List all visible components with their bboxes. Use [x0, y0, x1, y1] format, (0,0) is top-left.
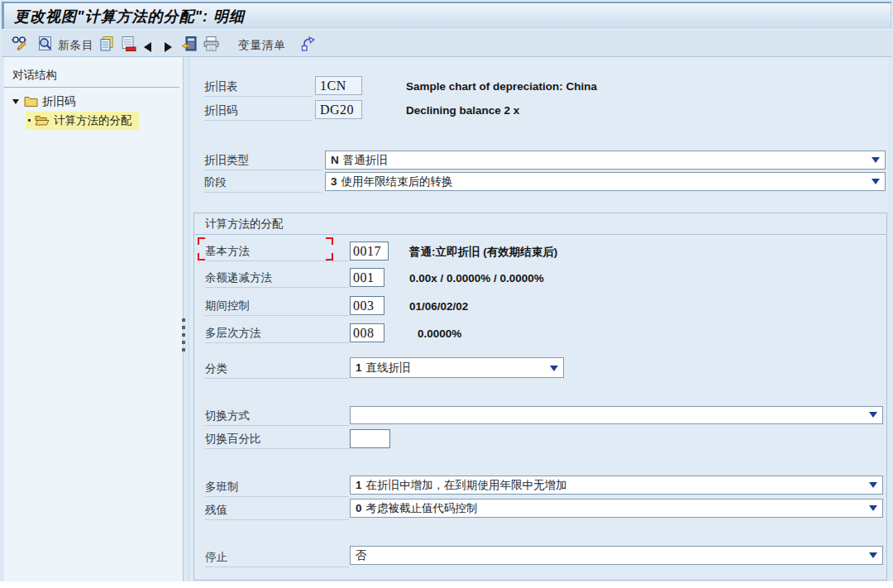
groupbox-title: 计算方法的分配: [194, 213, 886, 235]
depreciation-key-description: Declining balance 2 x: [406, 101, 519, 120]
detail-form-panel: 折旧表 1CN Sample chart of depreciation: Ch…: [189, 57, 888, 581]
print-button[interactable]: [203, 36, 220, 52]
next-entry-icon: [165, 42, 172, 52]
closed-folder-icon: [24, 96, 38, 107]
chevron-down-icon: [869, 552, 877, 558]
changeover-percent-label: 切换百分比: [205, 429, 349, 449]
period-control-field[interactable]: 003: [350, 296, 384, 315]
multiple-shift-dropdown[interactable]: 1在折旧中增加，在到期使用年限中无增加: [350, 476, 883, 495]
changeover-percent-field[interactable]: [350, 429, 390, 448]
change-display-button[interactable]: [11, 36, 31, 52]
copy-icon: [98, 36, 115, 52]
dialog-structure-tree: 折旧码 计算方法的分配: [4, 88, 183, 130]
base-method-description: 普通:立即折旧 (有效期结束后): [409, 242, 557, 261]
depreciation-type-dropdown[interactable]: N普通折旧: [325, 151, 886, 170]
previous-entry-icon: [144, 42, 151, 52]
assignment-groupbox: 计算方法的分配 基本方法 0017 普通:立即折旧 (有效期结束后) 余额递减方…: [193, 213, 887, 581]
curved-arrow-icon: [299, 36, 317, 52]
scrap-value-dropdown[interactable]: 0考虑被截止值代码控制: [350, 499, 883, 518]
tree-item-depreciation-key[interactable]: 折旧码: [4, 92, 183, 111]
sap-window: 更改视图"计算方法的分配": 明细: [0, 0, 893, 588]
period-control-label: 期间控制: [205, 296, 349, 316]
chevron-down-icon: [869, 412, 877, 418]
tree-bullet-icon: [28, 119, 31, 122]
content-area: 对话结构 折旧码: [0, 57, 893, 581]
pencil-glasses-icon: [11, 36, 31, 52]
declining-balance-method-field[interactable]: 001: [350, 268, 384, 287]
open-folder-icon: [35, 115, 50, 126]
chevron-down-icon: [872, 179, 880, 184]
declining-balance-method-label: 余额递减方法: [205, 268, 349, 288]
new-entries-label: 新条目: [58, 38, 94, 53]
depreciation-key-label: 折旧码: [204, 101, 313, 121]
multilevel-method-field[interactable]: 008: [350, 323, 384, 342]
chart-of-depreciation-field[interactable]: 1CN: [315, 76, 362, 95]
new-entries-button[interactable]: 新条目: [58, 37, 94, 54]
bottom-strip: [0, 581, 893, 588]
other-entry-icon: [181, 36, 198, 52]
declining-balance-method-description: 0.00x / 0.0000% / 0.0000%: [409, 269, 544, 288]
multiple-shift-label: 多班制: [205, 477, 349, 497]
chart-of-depreciation-description: Sample chart of depreciation: China: [406, 77, 597, 96]
title-bar: 更改视图"计算方法的分配": 明细: [2, 2, 891, 29]
previous-entry-button[interactable]: [144, 39, 151, 55]
scrap-value-label: 残值: [205, 500, 349, 520]
next-entry-button[interactable]: [165, 39, 172, 55]
changeover-method-dropdown[interactable]: [350, 406, 883, 424]
depreciation-type-label: 折旧类型: [204, 151, 322, 170]
delete-entry-icon-button[interactable]: [120, 36, 136, 52]
expander-icon[interactable]: [12, 99, 19, 104]
variable-list-label: 变量清单: [238, 38, 286, 53]
tree-selection-highlight: 计算方法的分配: [26, 112, 139, 130]
display-button[interactable]: [36, 36, 54, 52]
changeover-method-label: 切换方式: [205, 406, 349, 426]
tree-item-assignment-calc-methods[interactable]: 计算方法的分配: [4, 111, 183, 130]
chart-of-depreciation-label: 折旧表: [204, 77, 313, 97]
shutdown-label: 停止: [205, 547, 349, 567]
period-control-description: 01/06/02/02: [409, 297, 468, 316]
tree-item-label: 折旧码: [42, 94, 76, 109]
chevron-down-icon: [869, 505, 877, 511]
variable-list-button[interactable]: 变量清单: [238, 37, 286, 54]
depreciation-key-field[interactable]: DG20: [315, 100, 362, 119]
page-title: 更改视图"计算方法的分配": 明细: [14, 7, 245, 26]
shutdown-dropdown[interactable]: 否: [350, 546, 883, 565]
phase-dropdown[interactable]: 3使用年限结束后的转换: [325, 172, 886, 191]
bc-set-button[interactable]: [299, 36, 317, 52]
base-method-label: 基本方法: [205, 241, 349, 261]
chevron-down-icon: [869, 482, 877, 488]
other-entry-button[interactable]: [181, 36, 198, 52]
magnifier-document-icon: [36, 36, 54, 52]
multilevel-method-label: 多层次方法: [205, 323, 349, 343]
dialog-structure-header: 对话结构: [4, 57, 179, 88]
phase-label: 阶段: [204, 173, 322, 193]
multilevel-method-description: 0.0000%: [418, 324, 461, 343]
base-method-field[interactable]: 0017: [350, 241, 389, 261]
delete-entry-icon: [120, 36, 136, 52]
chevron-down-icon: [872, 157, 880, 163]
chevron-down-icon: [550, 366, 558, 371]
dialog-structure-panel: 对话结构 折旧码: [4, 57, 184, 581]
application-toolbar: 新条目: [2, 29, 891, 57]
class-dropdown[interactable]: 1直线折旧: [350, 357, 564, 378]
splitter-handle[interactable]: [179, 317, 187, 353]
tree-item-label: 计算方法的分配: [54, 113, 132, 128]
copy-as-button[interactable]: [98, 36, 115, 52]
print-icon: [203, 36, 220, 52]
class-label: 分类: [205, 359, 349, 379]
